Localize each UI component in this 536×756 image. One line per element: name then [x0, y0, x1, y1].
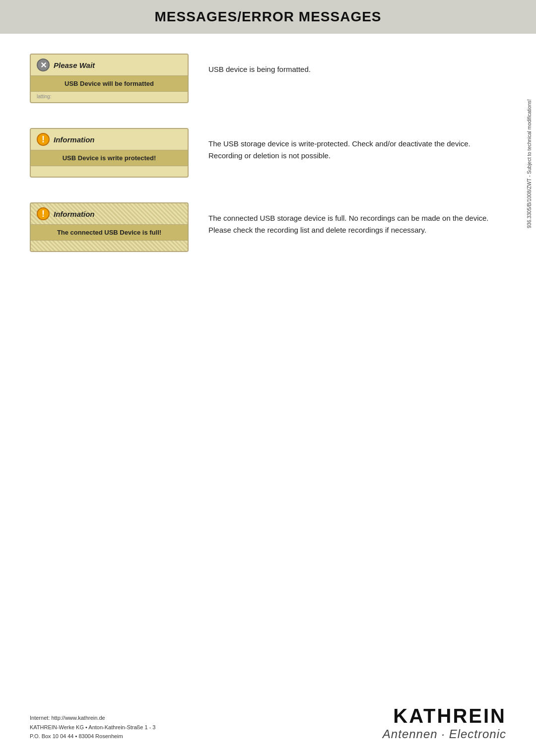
dialog-footer-1: latting:	[31, 92, 188, 102]
description-2: The USB storage device is write-protecte…	[208, 128, 506, 162]
dialog-box-3: ! Information The connected USB Device i…	[30, 202, 189, 252]
description-1: USB device is being formatted.	[208, 54, 506, 75]
message-row-3: ! Information The connected USB Device i…	[30, 202, 506, 252]
footer-internet: Internet: http://www.kathrein.de	[30, 713, 155, 723]
footer-right: KATHREIN Antennen · Electronic	[383, 705, 506, 741]
footer-pobox: P.O. Box 10 04 44 • 83004 Rosenheim	[30, 732, 155, 741]
main-content: ✕ Please Wait USB Device will be formatt…	[0, 54, 536, 252]
description-3: The connected USB storage device is full…	[208, 202, 506, 236]
dialog-footer-2	[31, 166, 188, 177]
dialog-message-bar-3: The connected USB Device is full!	[31, 224, 188, 241]
page-title: MESSAGES/ERROR MESSAGES	[20, 9, 516, 25]
dialog-title-3: Information	[54, 210, 95, 218]
page-header: MESSAGES/ERROR MESSAGES	[0, 0, 536, 34]
dialog-header-2: ! Information	[31, 129, 188, 150]
page-footer: Internet: http://www.kathrein.de KATHREI…	[0, 705, 536, 741]
dialog-title-1: Please Wait	[54, 61, 95, 69]
dialog-title-2: Information	[54, 135, 95, 144]
footer-company: KATHREIN-Werke KG • Anton-Kathrein-Straß…	[30, 723, 155, 732]
message-row-2: ! Information USB Device is write protec…	[30, 128, 506, 178]
footer-left: Internet: http://www.kathrein.de KATHREI…	[30, 713, 155, 741]
x-icon: ✕	[37, 59, 50, 71]
message-row-1: ✕ Please Wait USB Device will be formatt…	[30, 54, 506, 103]
kathrein-logo-text: KATHREIN	[383, 705, 506, 727]
kathrein-logo-subtitle: Antennen · Electronic	[383, 727, 506, 741]
dialog-header-1: ✕ Please Wait	[31, 55, 188, 75]
dialog-box-2: ! Information USB Device is write protec…	[30, 128, 189, 178]
dialog-box-1: ✕ Please Wait USB Device will be formatt…	[30, 54, 189, 103]
side-text: 936.3305/B/1008/ZWT - Subject to technic…	[527, 99, 532, 228]
exclamation-icon-2: !	[37, 207, 50, 220]
dialog-message-bar-2: USB Device is write protected!	[31, 150, 188, 166]
exclamation-icon-1: !	[37, 133, 50, 146]
dialog-message-bar-1: USB Device will be formatted	[31, 75, 188, 92]
dialog-header-3: ! Information	[31, 203, 188, 224]
dialog-footer-3	[31, 241, 188, 251]
